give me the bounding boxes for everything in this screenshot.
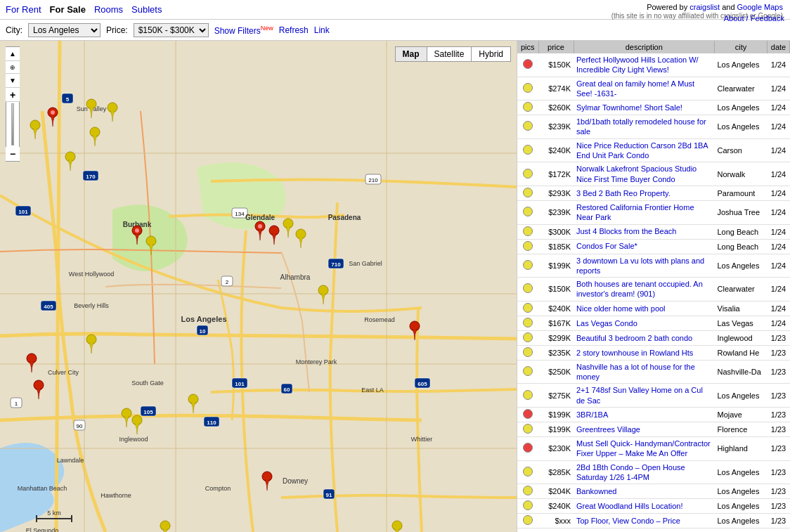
- listing-city: Carson: [715, 138, 768, 162]
- table-row[interactable]: $230KMust Sell Quick- Handyman/Contracto…: [517, 436, 790, 460]
- table-row[interactable]: $199K3BR/1BAMojave1/23: [517, 407, 790, 422]
- listing-link[interactable]: 1bd/1bath totally remodeled house for sa…: [576, 117, 706, 136]
- listing-price: $240K: [538, 301, 574, 316]
- google-maps-link[interactable]: Google Maps: [737, 3, 783, 11]
- listing-link[interactable]: Sylmar Townhome! Short Sale!: [576, 103, 682, 112]
- listing-link[interactable]: Great Woodland Hills Location!: [576, 502, 682, 510]
- table-row[interactable]: $240KGreat Woodland Hills Location!Los A…: [517, 499, 790, 514]
- listing-link[interactable]: Bankowned: [576, 487, 617, 495]
- listing-link[interactable]: Nashville has a lot of house for the mon…: [576, 363, 695, 381]
- listing-link[interactable]: Greentrees Village: [576, 425, 640, 434]
- listing-link[interactable]: Both houses are tenant occupied. An inve…: [576, 280, 703, 298]
- satellite-button[interactable]: Satellite: [427, 47, 472, 61]
- city-select[interactable]: Los Angeles New York San Francisco: [28, 23, 101, 37]
- show-filters-link[interactable]: Show FiltersNew: [214, 25, 273, 36]
- table-row[interactable]: $240KNice Price Reduction Carson 2Bd 1BA…: [517, 138, 790, 162]
- svg-text:1: 1: [15, 401, 18, 407]
- svg-text:Manhattan Beach: Manhattan Beach: [18, 485, 67, 492]
- listing-link[interactable]: 3 Bed 2 Bath Reo Property.: [576, 189, 671, 197]
- table-row[interactable]: $239K1bd/1bath totally remodeled house f…: [517, 115, 790, 139]
- zoom-in[interactable]: +: [6, 88, 20, 102]
- price-select[interactable]: $150K - $300K $100K - $200K $200K - $400…: [134, 23, 209, 37]
- listing-date: 1/23: [768, 384, 790, 408]
- table-row[interactable]: $240KNice older home with poolVisalia1/2…: [517, 301, 790, 316]
- refresh-link[interactable]: Refresh: [279, 25, 309, 35]
- listing-link[interactable]: Restored California Frontier Home Near P…: [576, 203, 694, 221]
- map-button[interactable]: Map: [396, 47, 427, 61]
- listing-link[interactable]: Beautiful 3 bedroom 2 bath condo: [576, 334, 692, 342]
- listing-dot: [523, 409, 533, 419]
- listing-link[interactable]: Condos For Sale*: [576, 242, 637, 250]
- listing-link[interactable]: Great deal on family home! A Must See! -…: [576, 79, 694, 98]
- listing-dot: [523, 347, 533, 357]
- zoom-arrow-up[interactable]: ▲: [6, 47, 20, 61]
- col-header-price: price: [538, 41, 574, 53]
- table-row[interactable]: $250KNashville has a lot of house for th…: [517, 360, 790, 384]
- svg-text:91: 91: [326, 492, 332, 498]
- listing-link[interactable]: Norwalk Lakefront Spacious Studio Nice F…: [576, 164, 697, 183]
- svg-point-70: [51, 110, 55, 115]
- for-sale-link[interactable]: For Sale: [50, 4, 86, 15]
- table-row[interactable]: $150KPerfect Hollywood Hills Location W/…: [517, 53, 790, 77]
- link-link[interactable]: Link: [314, 25, 330, 35]
- table-row[interactable]: $274KGreat deal on family home! A Must S…: [517, 77, 790, 100]
- sublets-link[interactable]: Sublets: [131, 4, 162, 15]
- zoom-out[interactable]: −: [6, 147, 20, 161]
- svg-text:110: 110: [207, 420, 216, 426]
- powered-by-text: Powered by: [647, 3, 689, 11]
- svg-text:South Gate: South Gate: [131, 379, 164, 387]
- pan-north[interactable]: ⊕: [6, 61, 20, 74]
- listing-link[interactable]: Nice Price Reduction Carson 2Bd 1BA End …: [576, 141, 708, 160]
- listing-link[interactable]: Must Sell Quick- Handyman/Contractor Fix…: [576, 439, 711, 458]
- table-row[interactable]: $275K2+1 748sf Sun Valley Home on a Cul …: [517, 384, 790, 408]
- listing-date: 1/24: [768, 224, 790, 239]
- listing-city: Inglewood: [715, 330, 768, 345]
- listing-link[interactable]: Nice older home with pool: [576, 304, 666, 313]
- listing-city: Rowland He: [715, 345, 768, 360]
- table-row[interactable]: $185KCondos For Sale*Long Beach1/24: [517, 239, 790, 254]
- listing-link[interactable]: 2 story townhouse in Rowland Hts: [576, 349, 693, 357]
- listing-price: $199K: [538, 422, 574, 436]
- listing-link[interactable]: 2Bd 1Bth Condo – Open House Saturday 1/2…: [576, 463, 685, 481]
- price-label: Price:: [106, 25, 128, 35]
- listing-date: 1/24: [768, 138, 790, 162]
- table-row[interactable]: $167KLas Vegas CondoLas Vegas1/24: [517, 316, 790, 330]
- table-row[interactable]: $293K3 Bed 2 Bath Reo Property.Paramount…: [517, 186, 790, 200]
- listing-link[interactable]: Perfect Hollywood Hills Location W/ Incr…: [576, 56, 699, 74]
- listing-link[interactable]: 3 downtown La vu lots with plans and rep…: [576, 257, 704, 275]
- map-svg[interactable]: 5 101 405 10 134 210 710 105 2: [0, 41, 517, 532]
- listing-link[interactable]: 3BR/1BA: [576, 410, 608, 419]
- svg-text:101: 101: [18, 209, 28, 215]
- and-text: and: [720, 3, 737, 11]
- table-row[interactable]: $300KJust 4 Blocks from the BeachLong Be…: [517, 224, 790, 239]
- svg-text:Rosemead: Rosemead: [364, 316, 395, 323]
- svg-text:Whittier: Whittier: [411, 436, 433, 443]
- for-rent-link[interactable]: For Rent: [6, 4, 41, 15]
- table-row[interactable]: $199K3 downtown La vu lots with plans an…: [517, 254, 790, 278]
- about-feedback-link[interactable]: About / Feedback: [724, 14, 784, 22]
- listing-link[interactable]: Just 4 Blocks from the Beach: [576, 227, 676, 235]
- hybrid-button[interactable]: Hybrid: [472, 47, 510, 61]
- listing-link[interactable]: Las Vegas Condo: [576, 319, 637, 327]
- table-row[interactable]: $299KBeautiful 3 bedroom 2 bath condoIng…: [517, 330, 790, 345]
- rooms-link[interactable]: Rooms: [94, 4, 123, 15]
- table-row[interactable]: $239KRestored California Frontier Home N…: [517, 200, 790, 224]
- craigslist-link[interactable]: craigslist: [689, 3, 720, 11]
- table-row[interactable]: $199KGreentrees VillageFlorence1/23: [517, 422, 790, 436]
- svg-text:10: 10: [200, 328, 206, 335]
- table-row[interactable]: $xxxTop Floor, View Condo – PriceLos Ang…: [517, 514, 790, 528]
- zoom-arrow-down[interactable]: ▼: [6, 74, 20, 88]
- listing-date: 1/24: [768, 186, 790, 200]
- table-row[interactable]: $260KSylmar Townhome! Short Sale!Los Ang…: [517, 100, 790, 115]
- svg-point-74: [258, 224, 262, 228]
- table-row[interactable]: $235K2 story townhouse in Rowland HtsRow…: [517, 345, 790, 360]
- listing-link[interactable]: Top Floor, View Condo – Price: [576, 517, 680, 525]
- svg-text:210: 210: [368, 177, 378, 183]
- table-row[interactable]: $172KNorwalk Lakefront Spacious Studio N…: [517, 162, 790, 186]
- table-row[interactable]: $285K2Bd 1Bth Condo – Open House Saturda…: [517, 460, 790, 484]
- table-row[interactable]: $204KBankownedLos Angeles1/23: [517, 484, 790, 499]
- listing-link[interactable]: 2+1 748sf Sun Valley Home on a Cul de Sa…: [576, 386, 703, 404]
- listings-table: pics price description city date $150KPe…: [517, 41, 790, 528]
- table-row[interactable]: $150KBoth houses are tenant occupied. An…: [517, 278, 790, 301]
- listing-date: 1/23: [768, 484, 790, 499]
